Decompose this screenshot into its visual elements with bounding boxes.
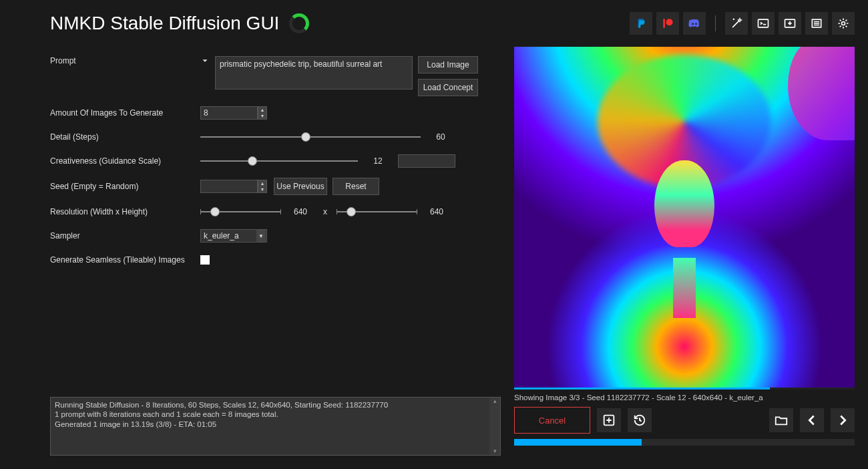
list-icon[interactable] (805, 12, 828, 35)
preview-image[interactable] (514, 47, 855, 387)
seamless-checkbox[interactable] (200, 255, 210, 265)
chevron-down-icon[interactable] (200, 56, 210, 65)
svg-point-3 (695, 23, 697, 25)
detail-label: Detail (Steps) (50, 132, 200, 142)
sampler-label: Sampler (50, 231, 200, 241)
sampler-select[interactable]: k_euler_a ▼ (200, 229, 267, 243)
svg-rect-4 (758, 19, 769, 27)
chevron-down-icon: ▼ (256, 230, 266, 242)
prev-image-icon[interactable] (800, 408, 824, 432)
log-scrollbar[interactable]: ▴▾ (489, 398, 500, 455)
creative-label: Creativeness (Guidance Scale) (50, 156, 200, 166)
download-icon[interactable] (779, 12, 801, 35)
guidance-value: 12 (358, 156, 398, 166)
steps-slider[interactable] (200, 131, 421, 143)
patreon-icon[interactable] (656, 12, 679, 35)
prompt-input[interactable] (215, 56, 413, 90)
discord-icon[interactable] (683, 12, 706, 35)
guidance-slider[interactable] (200, 155, 358, 167)
preview-infoline: Showing Image 3/3 - Seed 1182237772 - Sc… (514, 394, 855, 402)
settings-gear-icon[interactable] (832, 12, 855, 35)
seed-label: Seed (Empty = Random) (50, 182, 200, 191)
seed-spinner[interactable]: ▲▼ (258, 180, 267, 193)
seamless-label: Generate Seamless (Tileable) Images (50, 255, 200, 265)
times-label: x (320, 207, 330, 216)
separator (715, 15, 716, 31)
load-concept-button[interactable]: Load Concept (418, 79, 478, 96)
steps-value: 60 (421, 132, 461, 142)
height-value: 640 (417, 207, 457, 216)
wand-icon[interactable] (725, 12, 748, 35)
use-previous-button[interactable]: Use Previous (274, 178, 327, 195)
seed-input[interactable] (200, 180, 258, 193)
svg-point-2 (692, 23, 694, 25)
log-line: Running Stable Diffusion - 8 Iterations,… (55, 400, 496, 410)
amount-input[interactable] (200, 106, 258, 120)
height-slider[interactable] (337, 206, 417, 218)
console-icon[interactable] (752, 12, 775, 35)
spinner-icon (289, 13, 309, 33)
resolution-label: Resolution (Width x Height) (50, 207, 200, 216)
batch-progress (514, 439, 855, 446)
amount-spinner[interactable]: ▲▼ (258, 106, 267, 120)
width-value: 640 (280, 207, 320, 216)
folder-icon[interactable] (769, 408, 793, 432)
amount-label: Amount Of Images To Generate (50, 108, 200, 118)
guidance-extra-box[interactable] (398, 154, 455, 168)
log-line: Generated 1 image in 13.19s (3/8) - ETA:… (55, 420, 496, 429)
log-panel: Running Stable Diffusion - 8 Iterations,… (50, 397, 501, 456)
prompt-label: Prompt (50, 56, 200, 65)
cancel-button[interactable]: Cancel (514, 407, 590, 434)
reset-button[interactable]: Reset (333, 178, 379, 195)
app-title: NMKD Stable Diffusion GUI (50, 13, 279, 34)
header: NMKD Stable Diffusion GUI (13, 0, 855, 47)
svg-point-7 (842, 22, 845, 25)
svg-rect-0 (663, 19, 665, 27)
width-slider[interactable] (200, 206, 280, 218)
log-line: 1 prompt with 8 iterations each and 1 sc… (55, 410, 496, 419)
next-image-icon[interactable] (831, 408, 855, 432)
image-progress (514, 387, 855, 389)
paypal-icon[interactable] (630, 12, 652, 35)
load-image-button[interactable]: Load Image (418, 56, 478, 73)
svg-point-1 (666, 19, 673, 25)
save-plus-icon[interactable] (597, 408, 621, 432)
sampler-value: k_euler_a (204, 231, 239, 241)
history-icon[interactable] (628, 408, 652, 432)
